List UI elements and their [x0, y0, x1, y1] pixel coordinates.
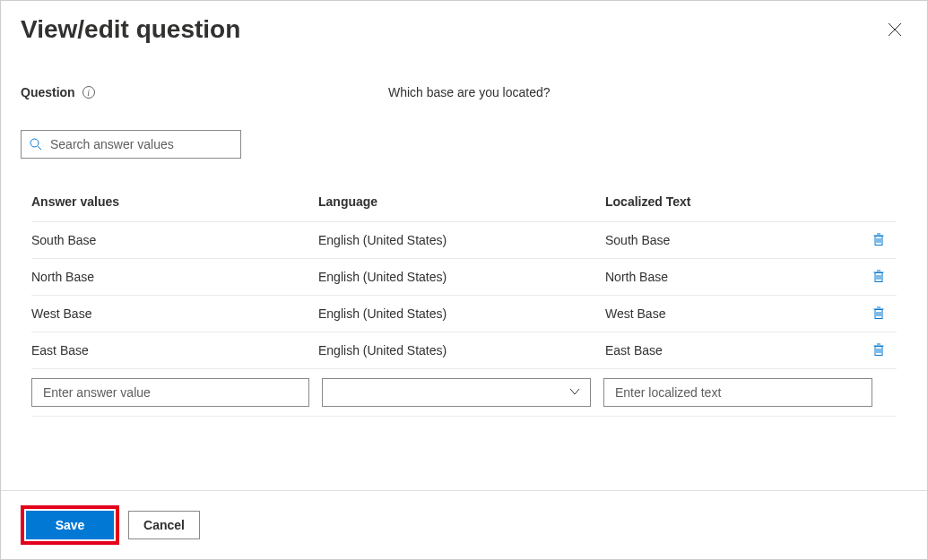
- panel-footer: Save Cancel: [1, 490, 927, 559]
- trash-icon: [872, 306, 886, 323]
- cell-answer-value: South Base: [31, 233, 318, 247]
- column-header-localized[interactable]: Localized Text: [605, 194, 864, 209]
- new-row: [31, 369, 897, 417]
- cell-answer-value: East Base: [31, 343, 318, 358]
- close-button[interactable]: [882, 17, 907, 42]
- cell-language: English (United States): [318, 306, 605, 321]
- cell-answer-value: North Base: [31, 270, 318, 284]
- delete-row-button[interactable]: [870, 304, 888, 324]
- cell-localized-text: North Base: [605, 270, 864, 284]
- page-title: View/edit question: [21, 15, 240, 44]
- search-answer-values-input[interactable]: [21, 130, 241, 159]
- question-field-label: Question: [21, 85, 75, 99]
- trash-icon: [872, 269, 886, 286]
- question-value: Which base are you located?: [388, 85, 551, 99]
- cell-localized-text: South Base: [605, 233, 864, 247]
- new-localized-text-input[interactable]: [603, 378, 872, 407]
- cell-localized-text: East Base: [605, 343, 864, 358]
- trash-icon: [872, 232, 886, 249]
- info-icon[interactable]: i: [82, 86, 95, 99]
- answer-values-table: Answer values Language Localized Text So…: [21, 194, 907, 417]
- cancel-button[interactable]: Cancel: [128, 511, 200, 539]
- chevron-down-icon: [568, 385, 581, 401]
- delete-row-button[interactable]: [870, 267, 888, 288]
- save-button[interactable]: Save: [26, 511, 114, 539]
- table-row[interactable]: East BaseEnglish (United States)East Bas…: [31, 332, 897, 369]
- table-row[interactable]: West BaseEnglish (United States)West Bas…: [31, 296, 897, 332]
- svg-line-3: [38, 146, 41, 150]
- svg-point-2: [30, 139, 39, 147]
- table-row[interactable]: South BaseEnglish (United States)South B…: [31, 222, 897, 259]
- column-header-answer[interactable]: Answer values: [31, 194, 318, 209]
- cell-language: English (United States): [318, 270, 605, 284]
- column-header-language[interactable]: Language: [318, 194, 605, 209]
- question-row: Question i Which base are you located?: [21, 85, 907, 99]
- search-input-field[interactable]: [48, 136, 233, 152]
- table-row[interactable]: North BaseEnglish (United States)North B…: [31, 259, 897, 296]
- save-button-highlight: Save: [21, 505, 119, 545]
- close-icon: [888, 22, 902, 37]
- cell-language: English (United States): [318, 233, 605, 247]
- trash-icon: [872, 342, 886, 359]
- view-edit-question-panel: View/edit question Question i Which base…: [0, 0, 928, 560]
- search-icon: [29, 137, 43, 151]
- delete-row-button[interactable]: [870, 340, 888, 361]
- cell-language: English (United States): [318, 343, 605, 358]
- delete-row-button[interactable]: [870, 230, 888, 251]
- panel-header: View/edit question: [21, 15, 907, 44]
- new-answer-value-input[interactable]: [31, 378, 309, 407]
- cell-localized-text: West Base: [605, 306, 864, 321]
- cell-answer-value: West Base: [31, 306, 318, 321]
- new-language-dropdown[interactable]: [322, 378, 591, 407]
